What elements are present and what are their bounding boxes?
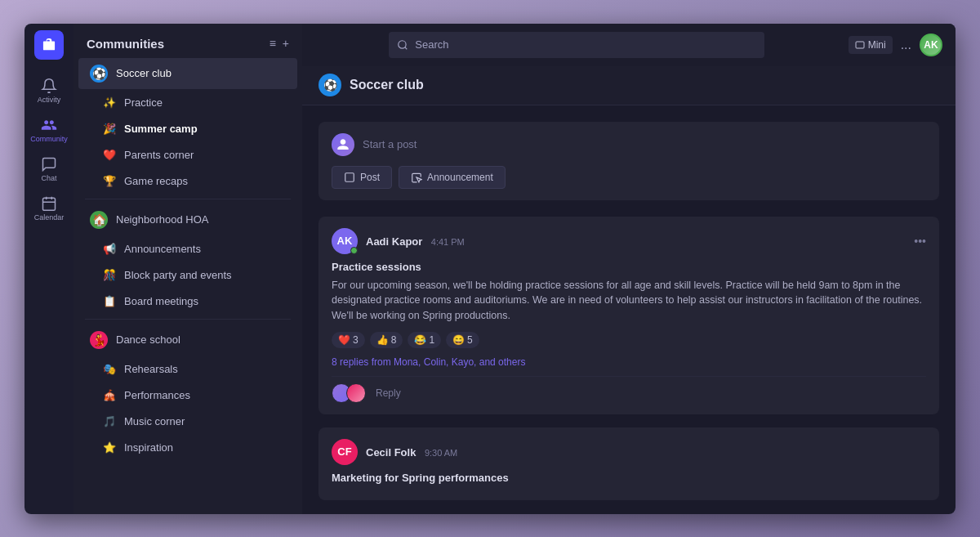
teams-logo[interactable] [34,30,64,60]
reply-avatar-b [346,383,366,403]
nav-item-community[interactable]: Community [31,112,67,148]
composer-avatar [332,133,354,156]
sidebar-item-dance-school[interactable]: 💃 Dance school [78,324,297,356]
channel-name: Soccer club [350,78,424,92]
announcement-icon [411,172,422,183]
hoa-icon: 🏠 [90,211,108,229]
sidebar-item-announcements[interactable]: 📢 Announcements [78,236,297,262]
practice-emoji: ✨ [103,96,116,109]
user-avatar[interactable]: AK [920,34,942,56]
announcements-emoji: 📢 [103,243,116,255]
sidebar-item-rehearsals[interactable]: 🎭 Rehearsals [78,356,297,382]
nav-community-label: Community [30,135,68,143]
parents-corner-label: Parents corner [124,149,194,161]
nav-calendar-label: Calendar [34,213,65,222]
announcements-label: Announcements [124,243,201,255]
reaction-thumbsup-count: 8 [391,334,397,346]
sidebar-item-block-party[interactable]: 🎊 Block party and events [78,262,297,288]
reaction-thumbsup[interactable]: 👍 8 [370,332,403,348]
svg-rect-0 [43,198,56,210]
announcement-button[interactable]: Announcement [399,166,506,189]
practice-label: Practice [124,96,163,109]
overflow-menu-icon[interactable]: ... [901,38,911,52]
game-recaps-label: Game recaps [124,175,188,187]
nav-rail: Activity Community Chat [24,24,74,514]
divider-1 [85,199,291,199]
app-window: Activity Community Chat [24,24,956,514]
post-button[interactable]: Post [332,166,392,189]
sidebar-actions: ≡ + [270,37,289,50]
message-menu-1[interactable]: ••• [914,235,926,248]
music-corner-label: Music corner [124,415,185,427]
reaction-smile-count: 5 [467,334,473,346]
sidebar-item-practice[interactable]: ✨ Practice [78,90,297,115]
replies-link-1[interactable]: 8 replies from Mona, Colin, Kayo, and ot… [332,356,926,368]
hoa-label: Neighborhood HOA [116,213,208,226]
soccer-club-label: Soccer club [116,67,172,79]
mini-icon [855,40,865,50]
svg-point-4 [399,40,406,47]
sidebar-item-music-corner[interactable]: 🎵 Music corner [78,409,297,434]
channel-header: ⚽ Soccer club [302,66,956,105]
start-post-text[interactable]: Start a post [363,138,416,150]
nav-item-calendar[interactable]: Calendar [31,190,67,226]
sidebar-item-parents-corner[interactable]: ❤️ Parents corner [78,142,297,168]
sidebar-item-performances[interactable]: 🎪 Performances [78,383,297,408]
top-bar-right: Mini ... AK [849,34,942,56]
search-box[interactable]: Search [389,32,764,58]
nav-item-activity[interactable]: Activity [31,73,67,109]
message-header-1: AK Aadi Kapor 4:41 PM ••• [332,228,926,254]
board-meetings-label: Board meetings [124,295,198,307]
sidebar-item-soccer-club[interactable]: ⚽ Soccer club [78,58,297,89]
message-time-1: 4:41 PM [431,237,465,247]
reply-label-1[interactable]: Reply [376,387,401,399]
main-area: Search Mini ... AK ⚽ Soccer c [302,24,956,514]
sidebar-header: Communities ≡ + [74,24,302,57]
filter-icon[interactable]: ≡ [270,37,276,50]
add-community-icon[interactable]: + [283,37,289,50]
message-header-2: CF Cecil Folk 9:30 AM [332,439,926,465]
summer-camp-emoji: 🎉 [103,123,116,135]
composer-top: Start a post [332,133,926,156]
reaction-heart-count: 3 [353,334,359,346]
reaction-laugh[interactable]: 😂 1 [408,332,441,348]
reaction-smile[interactable]: 😄 5 [446,332,479,348]
rehearsals-label: Rehearsals [124,363,178,375]
nav-item-chat[interactable]: Chat [31,151,67,187]
channel-icon: ⚽ [318,74,341,96]
block-party-label: Block party and events [124,269,232,281]
sidebar-item-summer-camp[interactable]: 🎉 Summer camp [78,116,297,141]
mini-button[interactable]: Mini [849,36,893,54]
sidebar-title: Communities [87,37,164,51]
message-time-2: 9:30 AM [425,448,457,458]
dance-school-icon: 💃 [90,331,108,349]
post-label: Post [360,172,380,183]
divider-2 [85,319,291,320]
message-author-2: Cecil Folk [366,446,416,459]
sidebar-item-board-meetings[interactable]: 📋 Board meetings [78,289,297,314]
dance-school-label: Dance school [116,333,180,346]
post-composer: Start a post Post [318,122,939,200]
reaction-thumbsup-emoji: 👍 [376,334,389,346]
reaction-heart[interactable]: ❤️ 3 [332,332,365,348]
reply-avatars-1 [332,383,361,403]
composer-user-icon [336,138,350,151]
sidebar-item-game-recaps[interactable]: 🏆 Game recaps [78,168,297,194]
message-card-1: AK Aadi Kapor 4:41 PM ••• Practice sessi… [318,217,939,414]
app-body: Activity Community Chat [24,24,956,514]
message-avatar-2: CF [332,439,358,465]
search-icon [397,39,408,51]
reaction-heart-emoji: ❤️ [338,334,350,346]
message-card-2: CF Cecil Folk 9:30 AM Marketing for Spri… [318,427,939,500]
reaction-laugh-count: 1 [429,334,434,346]
composer-actions: Post Announcement [332,166,926,189]
message-body-1: For our upcoming season, we'll be holdin… [332,278,926,324]
block-party-emoji: 🎊 [103,269,116,281]
sidebar-list: ⚽ Soccer club ✨ Practice 🎉 Summer camp ❤… [74,57,302,514]
inspiration-label: Inspiration [124,441,173,454]
message-subject-2: Marketing for Spring performances [332,472,926,484]
inspiration-emoji: ⭐ [103,441,116,454]
message-avatar-1: AK [332,228,358,254]
sidebar-item-hoa[interactable]: 🏠 Neighborhood HOA [78,204,297,235]
sidebar-item-inspiration[interactable]: ⭐ Inspiration [78,435,297,460]
